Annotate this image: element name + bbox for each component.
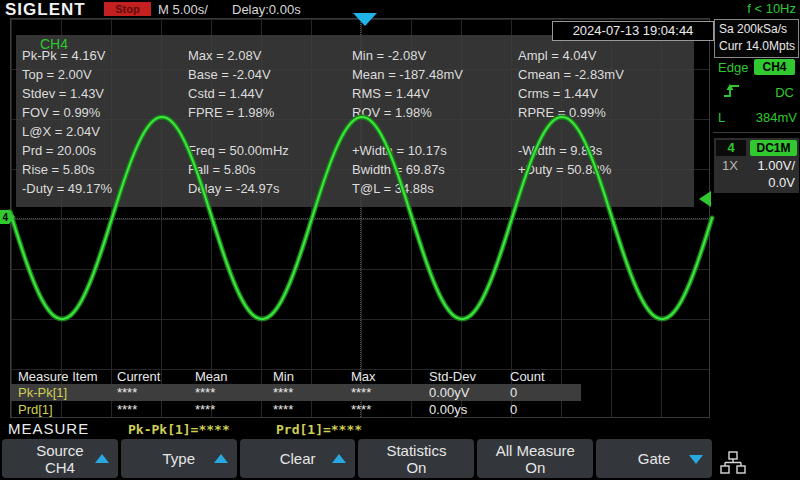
col-header: Mean — [195, 369, 228, 384]
measurement-value: Pk-Pk = 4.16V — [22, 48, 187, 67]
col-header: Current — [117, 369, 160, 384]
soft-menu-bar: Source CH4 Type Clear Statistics On All … — [2, 439, 712, 478]
measurement-value — [518, 124, 683, 143]
measurement-value: -Width = 9.83s — [518, 143, 683, 162]
button-value: On — [406, 459, 426, 476]
expand-down-arrow-icon — [689, 455, 703, 464]
measurement-value: Max = 2.08V — [188, 48, 353, 67]
col-header: Max — [351, 369, 376, 384]
clear-button[interactable]: Clear — [240, 439, 356, 478]
stat-min: **** — [273, 385, 293, 400]
sample-rate-readout: Sa 200kSa/s — [719, 22, 787, 36]
status-measure-item1: Pk-Pk[1]=**** — [128, 422, 230, 437]
measure-item-name: Pk-Pk[1] — [18, 385, 67, 400]
trigger-source-badge: CH4 — [754, 59, 795, 75]
button-value: CH4 — [45, 459, 75, 476]
measurement-value: Base = -2.04V — [188, 67, 353, 86]
acquisition-status-badge: Stop — [104, 2, 151, 16]
stat-current: **** — [117, 385, 137, 400]
volts-per-div-readout: 1.00V/ — [757, 158, 795, 173]
measure-item-name: Prd[1] — [18, 402, 53, 417]
stat-mean: **** — [195, 402, 215, 417]
button-label: All Measure — [496, 442, 575, 459]
lan-network-icon — [719, 450, 747, 476]
button-label: Gate — [638, 450, 671, 467]
measurement-column-3: Min = -2.08V Mean = -187.48mV RMS = 1.44… — [352, 48, 517, 200]
measurement-value: RMS = 1.44V — [352, 86, 517, 105]
col-header: Measure Item — [18, 369, 97, 384]
measurement-value: T@L = 34.88s — [352, 181, 517, 200]
table-row[interactable]: Pk-Pk[1] **** **** **** **** 0.00yV 0 — [0, 385, 713, 401]
source-button[interactable]: Source CH4 — [2, 439, 118, 478]
measurement-value — [188, 124, 353, 143]
stat-current: **** — [117, 402, 137, 417]
type-button[interactable]: Type — [121, 439, 237, 478]
timebase-readout: M 5.00s/ — [158, 2, 208, 17]
channel-offset-readout: 0.0V — [768, 175, 795, 190]
all-measure-toggle-button[interactable]: All Measure On — [477, 439, 593, 478]
table-row[interactable]: Prd[1] **** **** **** **** 0.00ys 0 — [0, 402, 713, 418]
measurement-value: Ampl = 4.04V — [518, 48, 683, 67]
measurement-value: Bwidth = 69.87s — [352, 162, 517, 181]
trigger-position-marker[interactable] — [352, 12, 378, 27]
measurement-value: Prd = 20.00s — [22, 143, 187, 162]
stat-stddev: 0.00ys — [429, 402, 467, 417]
ch4-position-marker[interactable]: 4 — [0, 208, 16, 226]
col-header: Min — [273, 369, 294, 384]
stat-max: **** — [351, 385, 371, 400]
measurement-column-4: Ampl = 4.04V Cmean = -2.83mV Crms = 1.44… — [518, 48, 683, 200]
stats-table-header: Measure Item Current Mean Min Max Std-De… — [0, 369, 713, 385]
measurement-value: Delay = -24.97s — [188, 181, 353, 200]
status-bar: MEASURE Pk-Pk[1]=**** Prd[1]=**** — [0, 419, 800, 438]
col-header: Count — [510, 369, 545, 384]
measurement-column-1: Pk-Pk = 4.16V Top = 2.00V Stdev = 1.43V … — [22, 48, 187, 200]
measurement-value — [352, 124, 517, 143]
trigger-level-marker[interactable] — [697, 190, 713, 208]
measurement-value: RPRE = 0.99% — [518, 105, 683, 124]
measurement-value: L@X = 2.04V — [22, 124, 187, 143]
stat-count: 0 — [510, 402, 517, 417]
button-label: Statistics — [386, 442, 446, 459]
button-label: Type — [162, 450, 195, 467]
status-measure-item2: Prd[1]=**** — [276, 422, 362, 437]
button-label: Source — [36, 442, 84, 459]
measurement-overlay-panel: CH4 Pk-Pk = 4.16V Top = 2.00V Stdev = 1.… — [16, 35, 694, 207]
measurement-value: FOV = 0.99% — [22, 105, 187, 124]
measurement-value: Rise = 5.80s — [22, 162, 187, 181]
measurement-value: ROV = 1.98% — [352, 105, 517, 124]
right-status-panel: Sa 200kSa/s Curr 14.0Mpts Edge CH4 DC L … — [713, 18, 800, 438]
measurement-value: Cmean = -2.83mV — [518, 67, 683, 86]
measurement-value: Stdev = 1.43V — [22, 86, 187, 105]
expand-up-arrow-icon — [332, 454, 346, 463]
measurement-value: FPRE = 1.98% — [188, 105, 353, 124]
trigger-delay-readout: Delay:0.00s — [232, 2, 301, 17]
measurement-column-2: Max = 2.08V Base = -2.04V Cstd = 1.44V F… — [188, 48, 353, 200]
datetime-readout: 2024-07-13 19:04:44 — [552, 21, 714, 41]
trigger-level-label: L — [718, 110, 725, 125]
stat-max: **** — [351, 402, 371, 417]
button-label: Clear — [280, 450, 316, 467]
measurement-value: Crms = 1.44V — [518, 86, 683, 105]
measurement-value: -Duty = 49.17% — [22, 181, 187, 200]
measurement-value: Cstd = 1.44V — [188, 86, 353, 105]
memory-depth-readout: Curr 14.0Mpts — [719, 39, 795, 53]
col-header: Std-Dev — [429, 369, 476, 384]
channel4-info-box[interactable]: 4 DC1M 1X 1.00V/ 0.0V — [714, 138, 799, 193]
measurement-value — [518, 181, 683, 200]
acquisition-info-box: Sa 200kSa/s Curr 14.0Mpts — [714, 19, 799, 58]
button-value: On — [525, 459, 545, 476]
expand-up-arrow-icon — [95, 454, 109, 463]
measurement-value: Freq = 50.00mHz — [188, 143, 353, 162]
stat-mean: **** — [195, 385, 215, 400]
probe-attenuation-readout: 1X — [722, 158, 738, 173]
measurement-value: Fall = 5.80s — [188, 162, 353, 181]
trigger-frequency-readout: f < 10Hz — [747, 1, 796, 16]
oscilloscope-screen: SIGLENT Stop M 5.00s/ Delay:0.00s f < 10… — [0, 0, 800, 480]
svg-text:4: 4 — [3, 212, 9, 223]
gate-button[interactable]: Gate — [596, 439, 712, 478]
stat-count: 0 — [510, 385, 517, 400]
measurement-value: +Width = 10.17s — [352, 143, 517, 162]
statistics-toggle-button[interactable]: Statistics On — [358, 439, 474, 478]
panel-divider — [713, 132, 800, 133]
measurement-value: Top = 2.00V — [22, 67, 187, 86]
